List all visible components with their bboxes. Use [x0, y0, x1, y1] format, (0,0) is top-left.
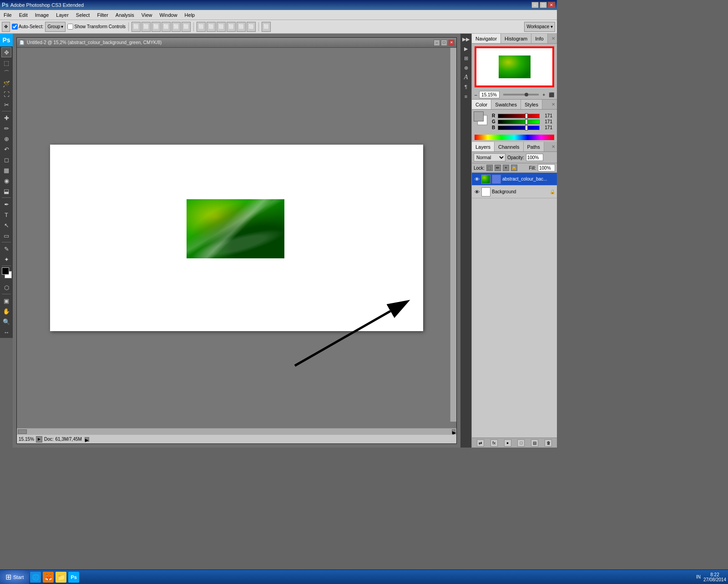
rstrip-3d-btn[interactable]: ⊞ — [461, 54, 470, 63]
distrib-5-btn[interactable]: ⬜ — [237, 22, 246, 32]
r-thumb[interactable] — [525, 113, 528, 119]
group-btn[interactable]: ▤ — [531, 439, 538, 447]
crop-tool[interactable]: ⛶ — [1, 89, 11, 99]
layer-visibility-0[interactable]: 👁 — [474, 176, 480, 182]
fx-btn[interactable]: fx — [490, 439, 498, 447]
history-brush-tool[interactable]: ↶ — [1, 144, 11, 154]
g-slider[interactable] — [498, 120, 540, 124]
blend-mode-select[interactable]: Normal — [474, 153, 506, 161]
stamp-tool[interactable]: ⊕ — [1, 134, 11, 144]
align-right-btn[interactable]: ⬜ — [152, 22, 161, 32]
auto-select-check[interactable]: Auto-Select: — [12, 24, 43, 30]
scroll-thumb[interactable] — [18, 429, 27, 434]
lasso-tool[interactable]: ⌒ — [1, 68, 11, 78]
blur-tool[interactable]: ◉ — [1, 176, 11, 186]
rstrip-btn-1[interactable]: ▶▶ — [461, 35, 470, 44]
status-arrow[interactable]: ▶ — [85, 437, 89, 442]
tab-swatches[interactable]: Swatches — [491, 100, 521, 109]
navigator-close-icon[interactable]: ✕ — [551, 36, 555, 41]
lock-paint-icon[interactable]: ✏ — [495, 165, 501, 171]
rstrip-type-btn[interactable]: A — [461, 73, 470, 82]
nav-zoom-thumb[interactable] — [525, 93, 528, 96]
tab-navigator[interactable]: Navigator — [472, 34, 501, 43]
eyedropper-tool[interactable]: ✦ — [1, 254, 11, 264]
menu-analysis[interactable]: Analysis — [112, 11, 138, 19]
extra-tool[interactable]: ↔ — [1, 327, 11, 337]
shape-tool[interactable]: ▭ — [1, 231, 11, 241]
tab-histogram[interactable]: Histogram — [501, 34, 531, 43]
menu-layer[interactable]: Layer — [52, 11, 72, 19]
quick-select-tool[interactable]: 🪄 — [1, 79, 11, 89]
tab-paths[interactable]: Paths — [524, 142, 544, 151]
distrib-6-btn[interactable]: ⬜ — [247, 22, 256, 32]
tab-styles[interactable]: Styles — [521, 100, 542, 109]
quick-mask-tool[interactable]: ⬡ — [1, 282, 11, 292]
delete-layer-btn[interactable]: 🗑 — [545, 439, 552, 447]
transform-checkbox[interactable] — [67, 24, 73, 30]
lock-transparency-icon[interactable]: ⬚ — [486, 165, 493, 171]
tab-layers[interactable]: Layers — [472, 142, 495, 151]
g-thumb[interactable] — [525, 119, 528, 125]
pen-tool[interactable]: ✒ — [1, 199, 11, 209]
canvas-content[interactable] — [17, 48, 456, 428]
gradient-tool[interactable]: ▦ — [1, 165, 11, 175]
align-middle-btn[interactable]: ⬜ — [172, 22, 181, 32]
rstrip-para-btn[interactable]: ¶ — [461, 82, 470, 91]
layer-item-0[interactable]: 👁 abstract_colour_bac... — [472, 173, 557, 186]
screen-mode-tool[interactable]: ▣ — [1, 296, 11, 306]
menu-view[interactable]: View — [138, 11, 156, 19]
brush-tool[interactable]: ✏ — [1, 123, 11, 133]
doc-restore-btn[interactable]: □ — [441, 40, 447, 46]
menu-select[interactable]: Select — [72, 11, 94, 19]
layers-close-icon[interactable]: ✕ — [551, 144, 555, 149]
color-spectrum[interactable] — [475, 135, 554, 140]
tab-info[interactable]: Info — [531, 34, 547, 43]
path-select-tool[interactable]: ↖ — [1, 220, 11, 230]
align-left-btn[interactable]: ⬜ — [131, 22, 141, 32]
b-slider[interactable] — [498, 126, 540, 130]
type-tool[interactable]: T — [1, 210, 11, 220]
align-center-btn[interactable]: ⬜ — [142, 22, 151, 32]
fill-input[interactable] — [538, 164, 555, 171]
zoom-tool[interactable]: 🔍 — [1, 317, 11, 327]
b-thumb[interactable] — [525, 125, 528, 131]
nav-zoom-input[interactable] — [479, 91, 500, 98]
zoom-max-icon[interactable]: ⬛ — [549, 92, 554, 97]
menu-edit[interactable]: Edit — [15, 11, 31, 19]
foreground-color[interactable] — [2, 267, 9, 275]
transform-check[interactable]: Show Transform Controls — [67, 24, 126, 30]
heal-tool[interactable]: ✚ — [1, 113, 11, 123]
notes-tool[interactable]: ✎ — [1, 244, 11, 254]
hand-tool[interactable]: ✋ — [1, 306, 11, 316]
move-tool-btn[interactable]: ✥ — [2, 22, 10, 32]
doc-close-btn[interactable]: ✕ — [448, 40, 455, 46]
distrib-3-btn[interactable]: ⬜ — [217, 22, 226, 32]
maximize-button[interactable]: □ — [540, 2, 547, 8]
align-top-btn[interactable]: ⬜ — [162, 22, 171, 32]
menu-filter[interactable]: Filter — [93, 11, 111, 19]
distrib-1-btn[interactable]: ⬜ — [197, 22, 206, 32]
horizontal-scrollbar[interactable]: ▶ — [17, 428, 456, 434]
zoom-in-icon[interactable]: + — [542, 92, 545, 97]
tab-channels[interactable]: Channels — [495, 142, 523, 151]
color-swatch-box[interactable] — [474, 111, 489, 127]
marquee-tool[interactable]: ⬚ — [1, 58, 11, 68]
minimize-button[interactable]: – — [531, 2, 539, 8]
zoom-out-icon[interactable]: – — [475, 92, 477, 97]
link-layers-btn[interactable]: ⇄ — [477, 439, 484, 447]
menu-file[interactable]: File — [0, 11, 15, 19]
r-slider[interactable] — [498, 114, 540, 118]
menu-image[interactable]: Image — [31, 11, 53, 19]
adjustment-btn[interactable]: □ — [517, 439, 525, 447]
group-dropdown[interactable]: Group ▾ — [45, 22, 66, 32]
lock-all-icon[interactable]: 🔒 — [511, 165, 517, 171]
align-bottom-btn[interactable]: ⬜ — [182, 22, 191, 32]
zoom-icon[interactable]: ▶ — [36, 436, 42, 443]
auto-align-btn[interactable]: ⬜ — [262, 22, 271, 32]
distrib-2-btn[interactable]: ⬜ — [207, 22, 216, 32]
layer-item-1[interactable]: 👁 Background 🔒 — [472, 186, 557, 198]
move-tool[interactable]: ✥ — [1, 47, 11, 57]
opacity-input[interactable] — [526, 154, 543, 161]
scroll-arrow[interactable]: ▶ — [452, 429, 455, 434]
tab-color[interactable]: Color — [472, 100, 491, 109]
